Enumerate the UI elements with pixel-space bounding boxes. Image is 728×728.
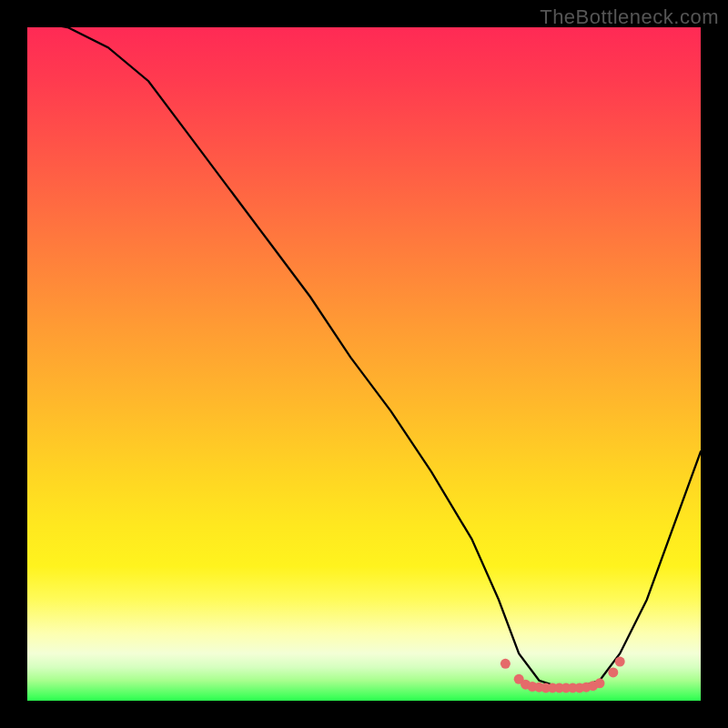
marker-dot — [500, 659, 511, 669]
optimal-range-markers — [500, 657, 625, 693]
watermark-text: TheBottleneck.com — [540, 5, 719, 29]
marker-dot — [608, 667, 618, 677]
bottleneck-curve-path — [27, 27, 701, 687]
chart-frame: TheBottleneck.com — [0, 0, 728, 728]
marker-dot — [595, 678, 605, 688]
plot-area — [27, 27, 701, 701]
marker-dot — [615, 657, 625, 667]
curve-layer — [27, 27, 701, 701]
